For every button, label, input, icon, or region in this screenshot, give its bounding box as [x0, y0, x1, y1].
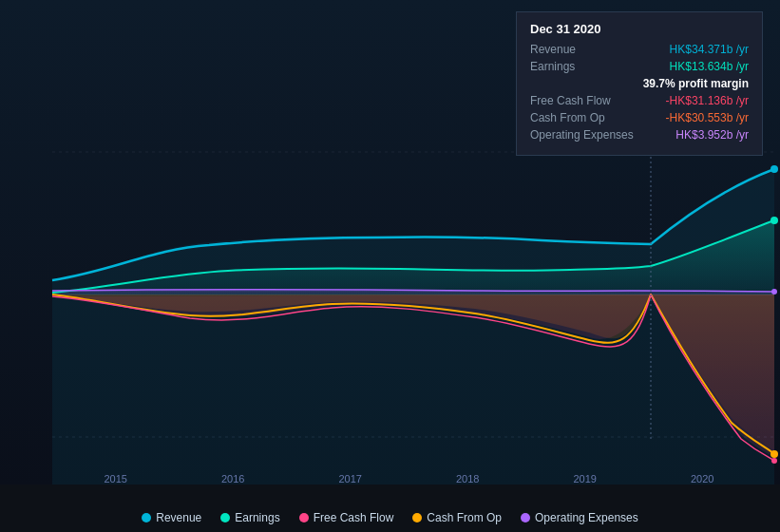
tooltip-row-opex: Operating Expenses HK$3.952b /yr [530, 128, 749, 142]
svg-point-7 [771, 458, 777, 464]
tooltip-row-fcf: Free Cash Flow -HK$31.136b /yr [530, 94, 749, 107]
svg-point-6 [770, 450, 778, 458]
x-label-2017: 2017 [339, 473, 362, 484]
tooltip-row-margin: 39.7% profit margin [530, 77, 749, 90]
tooltip-value-opex: HK$3.952b /yr [675, 128, 749, 142]
svg-point-4 [770, 165, 778, 173]
legend-label-cashfromop: Cash From Op [427, 511, 502, 524]
tooltip-label-revenue: Revenue [530, 43, 576, 56]
legend-dot-earnings [220, 513, 230, 522]
legend-label-fcf: Free Cash Flow [314, 511, 394, 524]
legend-dot-cashfromop [412, 513, 422, 522]
tooltip-title: Dec 31 2020 [530, 22, 749, 36]
legend-label-revenue: Revenue [156, 511, 201, 524]
legend-item-cashfromop[interactable]: Cash From Op [412, 511, 502, 524]
tooltip-row-cashfromop: Cash From Op -HK$30.553b /yr [530, 111, 749, 124]
x-label-2016: 2016 [221, 473, 244, 484]
tooltip-row-earnings: Earnings HK$13.634b /yr [530, 60, 749, 73]
tooltip-label-cashfromop: Cash From Op [530, 111, 605, 124]
legend-item-revenue[interactable]: Revenue [142, 511, 201, 524]
legend-label-earnings: Earnings [235, 511, 279, 524]
tooltip-label-opex: Operating Expenses [530, 128, 634, 142]
tooltip-label-fcf: Free Cash Flow [530, 94, 611, 107]
legend-dot-opex [521, 513, 530, 522]
tooltip-row-revenue: Revenue HK$34.371b /yr [530, 43, 749, 56]
tooltip-value-cashfromop: -HK$30.553b /yr [666, 111, 749, 124]
x-label-2015: 2015 [105, 473, 127, 484]
x-axis-labels: 2015 2016 2017 2018 2019 2020 [0, 469, 780, 484]
legend-label-opex: Operating Expenses [535, 511, 638, 524]
svg-point-8 [771, 289, 777, 294]
legend-item-fcf[interactable]: Free Cash Flow [299, 511, 394, 524]
svg-point-5 [770, 217, 778, 224]
tooltip-value-revenue: HK$34.371b /yr [670, 43, 749, 56]
x-label-2019: 2019 [574, 473, 597, 484]
legend-dot-fcf [299, 513, 309, 522]
legend-item-opex[interactable]: Operating Expenses [521, 511, 638, 524]
chart-legend: Revenue Earnings Free Cash Flow Cash Fro… [0, 511, 780, 524]
legend-item-earnings[interactable]: Earnings [220, 511, 279, 524]
x-label-2020: 2020 [691, 473, 713, 484]
tooltip-value-fcf: -HK$31.136b /yr [666, 94, 749, 107]
x-label-2018: 2018 [456, 473, 479, 484]
tooltip-panel: Dec 31 2020 Revenue HK$34.371b /yr Earni… [516, 11, 763, 156]
legend-dot-revenue [142, 513, 151, 522]
tooltip-label-earnings: Earnings [530, 60, 575, 73]
tooltip-value-earnings: HK$13.634b /yr [670, 60, 749, 73]
tooltip-value-margin: 39.7% profit margin [643, 77, 749, 90]
